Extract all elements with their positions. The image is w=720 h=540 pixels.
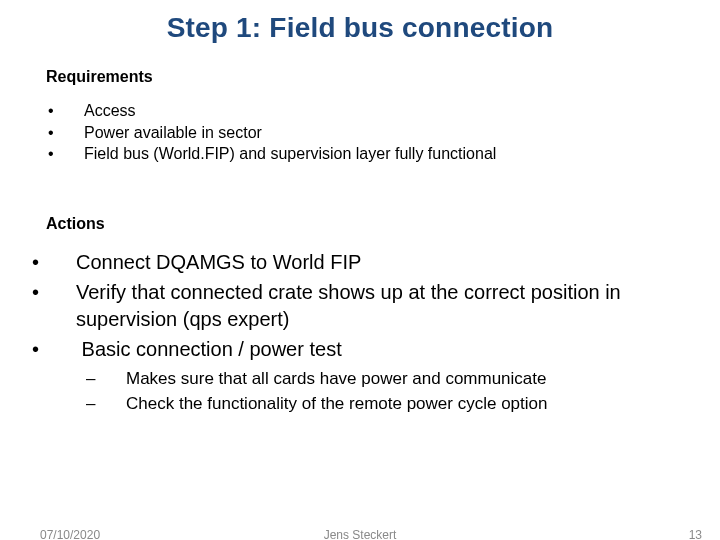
slide: Step 1: Field bus connection Requirement… [0, 0, 720, 540]
list-item: Connect DQAMGS to World FIP [76, 249, 720, 275]
list-item-text: Basic connection / power test [82, 338, 342, 360]
list-item: Makes sure that all cards have power and… [126, 368, 720, 391]
list-item: Access [84, 100, 720, 122]
footer-page-number: 13 [689, 528, 702, 540]
requirements-heading: Requirements [46, 68, 720, 86]
slide-title: Step 1: Field bus connection [0, 0, 720, 50]
list-item-text: Connect DQAMGS to World FIP [76, 251, 361, 273]
sub-list: Makes sure that all cards have power and… [106, 368, 720, 416]
list-item: Basic connection / power test Makes sure… [76, 336, 720, 416]
list-item: Power available in sector [84, 122, 720, 144]
actions-list: Connect DQAMGS to World FIP Verify that … [34, 249, 720, 416]
list-item-text: Verify that connected crate shows up at … [76, 281, 621, 329]
list-item: Check the functionality of the remote po… [126, 393, 720, 416]
footer-author: Jens Steckert [0, 528, 720, 540]
list-item: Field bus (World.FIP) and supervision la… [84, 143, 720, 165]
list-item: Verify that connected crate shows up at … [76, 279, 720, 332]
actions-heading: Actions [46, 215, 720, 233]
requirements-list: Access Power available in sector Field b… [44, 100, 720, 165]
